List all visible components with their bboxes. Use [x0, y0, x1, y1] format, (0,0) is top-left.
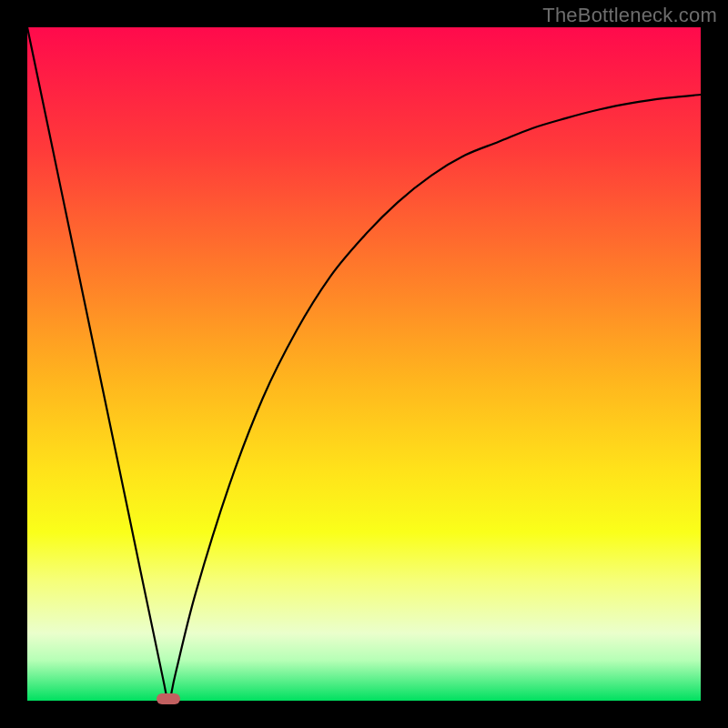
bottleneck-curve [27, 27, 701, 701]
minimum-marker [157, 693, 180, 704]
watermark-text: TheBottleneck.com [542, 4, 717, 27]
curve-path [27, 27, 701, 701]
plot-area [27, 27, 701, 701]
chart-frame: TheBottleneck.com [0, 0, 728, 728]
